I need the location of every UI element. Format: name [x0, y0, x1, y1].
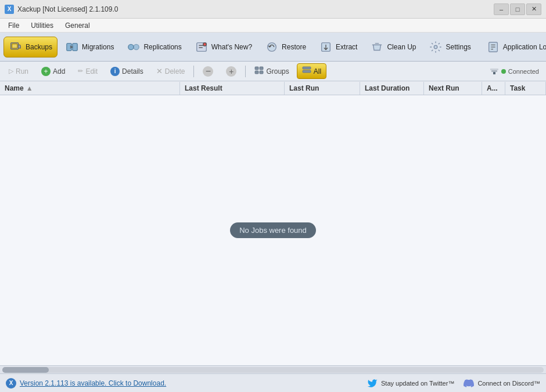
- plus-button[interactable]: +: [221, 64, 242, 79]
- groups-icon: [254, 66, 264, 77]
- replications-icon: [127, 40, 141, 54]
- nav-application-log-label: Application Log: [503, 43, 546, 51]
- svg-point-12: [434, 45, 438, 49]
- app-icon: X: [5, 5, 14, 14]
- svg-rect-17: [255, 67, 258, 70]
- window-controls: – □ ✕: [494, 3, 541, 15]
- svg-point-9: [203, 42, 207, 46]
- version-message[interactable]: Version 2.1.113 is available. Click to D…: [20, 379, 166, 387]
- groups-button[interactable]: Groups: [249, 63, 294, 79]
- all-button[interactable]: All: [297, 63, 326, 79]
- maximize-button[interactable]: □: [510, 3, 525, 15]
- all-label: All: [314, 67, 321, 75]
- svg-rect-24: [491, 70, 497, 72]
- svg-point-10: [268, 42, 276, 51]
- plus-icon: +: [226, 66, 236, 77]
- run-button[interactable]: ▷ Run: [3, 65, 34, 78]
- svg-rect-19: [255, 71, 258, 74]
- main-table: Name ▲ Last Result Last Run Last Duratio…: [0, 81, 546, 365]
- details-button[interactable]: i Details: [105, 64, 149, 78]
- status-right: Stay updated on Twitter™ Connect on Disc…: [367, 378, 540, 389]
- menu-file[interactable]: File: [2, 20, 25, 31]
- nav-replications[interactable]: Replications: [121, 37, 186, 57]
- delete-icon: ✕: [156, 67, 163, 75]
- run-label: Run: [16, 67, 28, 75]
- col-header-name[interactable]: Name ▲: [0, 82, 180, 95]
- menu-utilities[interactable]: Utilities: [25, 20, 59, 31]
- svg-rect-21: [303, 67, 311, 69]
- close-button[interactable]: ✕: [526, 3, 541, 15]
- add-icon: +: [41, 67, 51, 76]
- status-bar: X Version 2.1.113 is available. Click to…: [0, 373, 546, 392]
- twitter-icon: [367, 378, 378, 389]
- nav-clean-up[interactable]: Clean Up: [365, 37, 421, 57]
- all-icon: [302, 66, 311, 77]
- col-header-task[interactable]: Task: [505, 82, 546, 95]
- discord-icon: [464, 378, 474, 389]
- discord-item[interactable]: Connect on Discord™: [464, 378, 540, 389]
- horizontal-scrollbar[interactable]: [0, 365, 546, 373]
- nav-extract[interactable]: Extract: [314, 37, 362, 57]
- svg-rect-23: [493, 72, 495, 74]
- svg-rect-18: [260, 67, 263, 70]
- details-label: Details: [122, 67, 143, 75]
- nav-restore-label: Restore: [282, 43, 306, 51]
- nav-replications-label: Replications: [143, 43, 181, 51]
- col-header-last-duration[interactable]: Last Duration: [360, 82, 424, 95]
- minus-icon: −: [203, 66, 213, 77]
- nav-clean-up-label: Clean Up: [387, 43, 416, 51]
- edit-label: Edit: [85, 67, 98, 75]
- network-icon: [490, 66, 499, 77]
- version-icon: X: [6, 378, 16, 389]
- edit-icon: ✏: [78, 67, 83, 75]
- window-title: Xackup [Not Licensed] 2.1.109.0: [17, 5, 118, 13]
- nav-application-log[interactable]: Application Log: [481, 37, 546, 57]
- application-log-icon: [486, 40, 500, 54]
- scroll-track[interactable]: [2, 367, 544, 373]
- no-jobs-message: No Jobs were found: [230, 222, 316, 238]
- edit-button[interactable]: ✏ Edit: [73, 65, 103, 78]
- scroll-thumb[interactable]: [2, 367, 49, 373]
- svg-rect-22: [303, 70, 311, 73]
- add-button[interactable]: + Add: [36, 64, 70, 78]
- delete-button[interactable]: ✕ Delete: [151, 64, 191, 78]
- minimize-button[interactable]: –: [494, 3, 509, 15]
- svg-point-4: [128, 44, 134, 49]
- svg-rect-20: [260, 71, 263, 74]
- nav-backups[interactable]: Backups: [3, 37, 58, 57]
- nav-whats-new-label: What's New?: [211, 43, 252, 51]
- col-header-last-result[interactable]: Last Result: [180, 82, 285, 95]
- delete-label: Delete: [165, 67, 185, 75]
- col-header-next-run[interactable]: Next Run: [424, 82, 482, 95]
- nav-whats-new[interactable]: What's New?: [189, 37, 257, 57]
- status-left: X Version 2.1.113 is available. Click to…: [6, 378, 362, 389]
- connection-status: Connected: [486, 65, 543, 78]
- run-icon: ▷: [9, 67, 13, 75]
- groups-label: Groups: [266, 67, 289, 75]
- svg-point-5: [134, 44, 139, 49]
- whats-new-icon: [195, 40, 209, 54]
- nav-extract-label: Extract: [336, 43, 357, 51]
- nav-toolbar: Backups Migrations Replications: [0, 33, 546, 62]
- backups-icon: [9, 40, 23, 54]
- migrations-icon: [65, 40, 79, 54]
- nav-restore[interactable]: Restore: [260, 37, 311, 57]
- svg-rect-3: [73, 43, 77, 51]
- restore-icon: [265, 40, 279, 54]
- twitter-item[interactable]: Stay updated on Twitter™: [367, 378, 454, 389]
- title-bar: X Xackup [Not Licensed] 2.1.109.0 – □ ✕: [0, 0, 546, 19]
- twitter-label: Stay updated on Twitter™: [381, 380, 454, 387]
- table-body: No Jobs were found: [0, 95, 546, 365]
- nav-migrations[interactable]: Migrations: [60, 37, 119, 57]
- col-header-a[interactable]: A...: [482, 82, 505, 95]
- add-label: Add: [53, 67, 65, 75]
- action-toolbar: ▷ Run + Add ✏ Edit i Details ✕ Delete − …: [0, 62, 546, 81]
- connected-label: Connected: [508, 68, 539, 75]
- col-header-last-run[interactable]: Last Run: [285, 82, 360, 95]
- discord-label: Connect on Discord™: [477, 380, 540, 387]
- minus-button[interactable]: −: [197, 64, 218, 79]
- nav-settings[interactable]: Settings: [423, 37, 476, 57]
- menu-general[interactable]: General: [59, 20, 96, 31]
- table-header: Name ▲ Last Result Last Run Last Duratio…: [0, 81, 546, 95]
- svg-rect-2: [67, 43, 71, 51]
